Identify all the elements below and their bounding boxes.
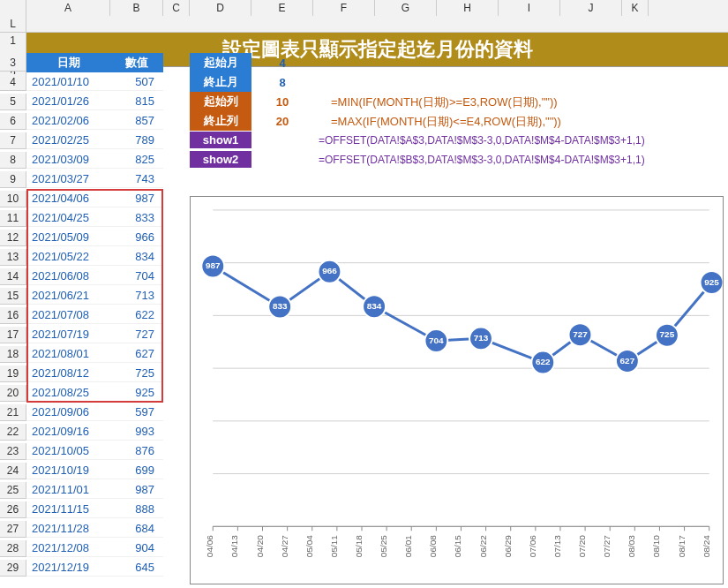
col-header[interactable]: K [622, 0, 649, 16]
date-cell[interactable]: 2021/11/15 [26, 501, 110, 518]
date-cell[interactable]: 2021/02/06 [26, 112, 110, 130]
table-row[interactable]: 72021/02/25789 [0, 131, 163, 150]
row-header[interactable]: 10 [0, 191, 26, 207]
table-row[interactable]: 122021/05/09966 [0, 228, 163, 247]
table-row[interactable]: 282021/12/08904 [0, 539, 163, 558]
col-header[interactable]: F [313, 0, 375, 16]
date-cell[interactable]: 2021/05/22 [26, 248, 110, 266]
table-row[interactable]: 192021/08/12725 [0, 364, 163, 383]
table-row[interactable]: 292021/12/19645 [0, 558, 163, 577]
col-header[interactable]: J [560, 0, 622, 16]
value-cell[interactable]: 699 [110, 462, 163, 479]
row-header[interactable]: 24 [0, 463, 26, 479]
date-cell[interactable]: 2021/11/01 [26, 481, 110, 499]
table-row[interactable]: 272021/11/28684 [0, 519, 163, 539]
param-value[interactable]: 20 [251, 115, 313, 128]
row-header[interactable]: 5 [0, 94, 26, 110]
value-cell[interactable]: 704 [110, 268, 163, 285]
table-row[interactable]: 152021/06/21713 [0, 286, 163, 305]
row-header[interactable]: 26 [0, 501, 26, 518]
date-cell[interactable]: 2021/04/25 [26, 209, 110, 227]
table-row[interactable]: 262021/11/15888 [0, 500, 163, 519]
param-formula[interactable]: =MAX(IF(MONTH(日期)<=E4,ROW(日期),"")) [313, 114, 724, 130]
param-value[interactable]: 8 [251, 76, 313, 89]
date-cell[interactable]: 2021/09/16 [26, 423, 110, 441]
param-value[interactable]: 10 [251, 95, 313, 109]
value-cell[interactable]: 713 [110, 287, 163, 305]
row-header[interactable]: 25 [0, 482, 26, 499]
col-header[interactable] [0, 0, 26, 16]
table-row[interactable]: 242021/10/19699 [0, 461, 163, 480]
line-chart[interactable]: 04/0604/1304/2004/2705/0405/1105/1805/25… [190, 196, 724, 584]
date-cell[interactable]: 2021/08/12 [26, 365, 110, 382]
date-cell[interactable]: 2021/05/09 [26, 229, 110, 246]
date-cell[interactable]: 2021/06/21 [26, 287, 110, 305]
value-cell[interactable]: 904 [110, 539, 163, 557]
table-row[interactable]: 182021/08/01627 [0, 344, 163, 364]
date-cell[interactable]: 2021/02/25 [26, 132, 110, 149]
date-cell[interactable]: 2021/04/06 [26, 190, 110, 207]
col-header[interactable]: A [26, 0, 110, 16]
table-row[interactable]: 102021/04/06987 [0, 189, 163, 208]
date-cell[interactable]: 2021/07/19 [26, 326, 110, 343]
row-header[interactable]: 21 [0, 404, 26, 421]
value-cell[interactable]: 725 [110, 365, 163, 382]
date-cell[interactable]: 2021/01/10 [26, 73, 110, 91]
table-row[interactable]: 202021/08/25925 [0, 383, 163, 403]
date-cell[interactable]: 2021/08/25 [26, 384, 110, 402]
table-row[interactable]: 162021/07/08622 [0, 305, 163, 325]
row-header[interactable]: 6 [0, 113, 26, 130]
table-row[interactable]: 92021/03/27743 [0, 170, 163, 189]
col-header[interactable]: H [437, 0, 499, 16]
date-cell[interactable]: 2021/03/09 [26, 151, 110, 169]
row-header[interactable]: 13 [0, 249, 26, 266]
table-row[interactable]: 42021/01/10507 [0, 72, 163, 92]
row-header[interactable]: 9 [0, 171, 26, 188]
col-header[interactable]: D [190, 0, 251, 16]
value-cell[interactable]: 743 [110, 170, 163, 188]
row-header[interactable]: 22 [0, 424, 26, 441]
col-header[interactable]: C [163, 0, 190, 16]
value-cell[interactable]: 966 [110, 229, 163, 246]
row-header[interactable]: 19 [0, 366, 26, 382]
value-cell[interactable]: 987 [110, 481, 163, 499]
date-cell[interactable]: 2021/08/01 [26, 345, 110, 363]
table-row[interactable]: 132021/05/22834 [0, 247, 163, 267]
row-header[interactable]: 27 [0, 521, 26, 538]
row-header[interactable]: 8 [0, 152, 26, 169]
table-row[interactable]: 142021/06/08704 [0, 267, 163, 286]
row-header[interactable]: 4 [0, 74, 26, 91]
date-cell[interactable]: 2021/12/08 [26, 539, 110, 557]
row-header[interactable]: 7 [0, 132, 26, 149]
table-row[interactable]: 52021/01/26815 [0, 92, 163, 111]
row-header[interactable]: 20 [0, 385, 26, 402]
value-cell[interactable]: 627 [110, 345, 163, 363]
table-row[interactable]: 232021/10/05876 [0, 441, 163, 461]
date-cell[interactable]: 2021/09/06 [26, 403, 110, 421]
row-header[interactable]: 14 [0, 268, 26, 285]
table-row[interactable]: 172021/07/19727 [0, 325, 163, 344]
col-header[interactable]: I [499, 0, 560, 16]
date-cell[interactable]: 2021/06/08 [26, 268, 110, 285]
value-cell[interactable]: 987 [110, 190, 163, 207]
table-row[interactable]: 112021/04/25833 [0, 208, 163, 228]
col-header[interactable]: G [375, 0, 437, 16]
row-header[interactable]: 18 [0, 346, 26, 363]
value-cell[interactable]: 825 [110, 151, 163, 169]
param-formula[interactable]: =OFFSET(DATA!$B$3,DATA!$M$3-3,0,DATA!$M$… [313, 154, 724, 166]
row-header[interactable]: 28 [0, 540, 26, 557]
value-cell[interactable]: 815 [110, 93, 163, 110]
value-cell[interactable]: 645 [110, 559, 163, 577]
date-cell[interactable]: 2021/01/26 [26, 93, 110, 110]
value-cell[interactable]: 684 [110, 520, 163, 538]
date-cell[interactable]: 2021/10/19 [26, 462, 110, 479]
date-cell[interactable]: 2021/11/28 [26, 520, 110, 538]
table-row[interactable]: 222021/09/16993 [0, 422, 163, 441]
row-header[interactable]: 29 [0, 560, 26, 577]
value-cell[interactable]: 833 [110, 209, 163, 227]
row-header[interactable]: 11 [0, 210, 26, 227]
col-header[interactable]: E [251, 0, 313, 16]
col-header[interactable]: L [0, 16, 26, 32]
value-cell[interactable]: 876 [110, 442, 163, 460]
value-cell[interactable]: 789 [110, 132, 163, 149]
